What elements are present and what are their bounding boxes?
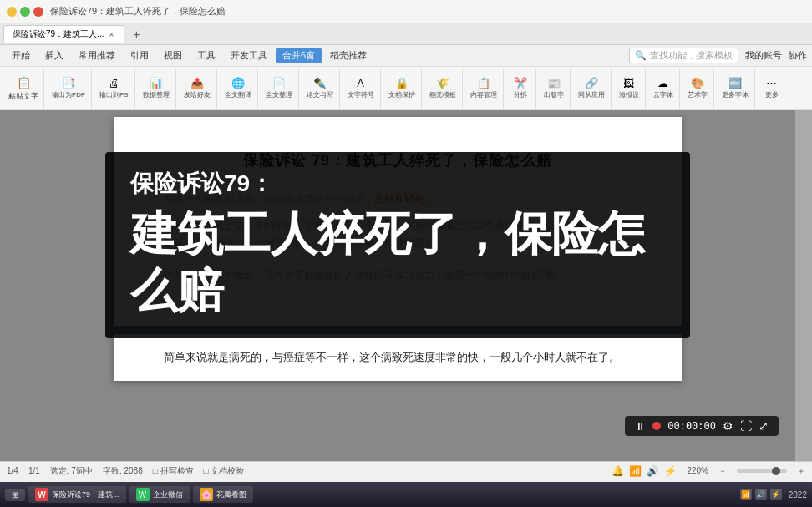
collab-btn[interactable]: 协作 bbox=[789, 49, 807, 62]
tool-group-app: 🔗 同从应用 bbox=[572, 68, 612, 109]
protect-btn[interactable]: 🔒 文档保护 bbox=[386, 76, 418, 100]
zoom-handle bbox=[772, 467, 780, 475]
title-bar-text: 保险诉讼79：建筑工人猝死了，保险怎么赔 bbox=[50, 5, 226, 18]
more-label: 更多 bbox=[765, 90, 779, 99]
doc-verify[interactable]: □ 文档校验 bbox=[204, 465, 245, 477]
translate-icon: 🌐 bbox=[231, 77, 245, 90]
tool-group-more: ⋯ 更多 bbox=[757, 68, 787, 109]
ribbon-tabs: 开始 插入 常用推荐 引用 视图 工具 开发工具 合并6窗 稻壳推荐 🔍 查找功… bbox=[0, 45, 812, 67]
split-btn[interactable]: ✂️ 分拆 bbox=[509, 76, 532, 100]
search-placeholder: 查找功能，搜索模板 bbox=[650, 49, 733, 62]
print-btn[interactable]: 🖨 输出到PS bbox=[97, 76, 131, 100]
art-btn[interactable]: 🎨 艺术字 bbox=[685, 76, 710, 100]
tray-vol-icon: 🔊 bbox=[755, 489, 767, 500]
cloud-btn[interactable]: ☁ 云字体 bbox=[651, 76, 676, 100]
split-label: 分拆 bbox=[514, 90, 527, 99]
zoom-plus[interactable]: ＋ bbox=[797, 465, 805, 477]
document-tab[interactable]: 保险诉讼79：建筑工人... × bbox=[3, 25, 124, 43]
zoom-slider[interactable] bbox=[737, 469, 787, 473]
ribbon-tab-shell[interactable]: 稻壳推荐 bbox=[323, 48, 373, 63]
taskbar-app-wechat[interactable]: W 企业微信 bbox=[129, 486, 190, 503]
zoom-minus[interactable]: － bbox=[718, 465, 727, 477]
fonts-btn[interactable]: 🔤 更多字体 bbox=[719, 76, 751, 100]
data-btn[interactable]: 📊 数据整理 bbox=[140, 76, 172, 100]
ribbon-tab-view[interactable]: 视图 bbox=[157, 48, 189, 63]
pdf-icon: 📑 bbox=[62, 77, 75, 90]
status-bar: 1/4 1/1 选定: 7词中 字数: 2088 □ 拼写检查 □ 文档校验 🔔… bbox=[0, 461, 812, 479]
translate-btn[interactable]: 🌐 全文翻译 bbox=[222, 76, 254, 100]
overlay-title: 保险诉讼79： bbox=[130, 169, 665, 199]
send-btn[interactable]: 📤 发给好友 bbox=[181, 76, 213, 100]
ribbon-tab-merge[interactable]: 合并6窗 bbox=[276, 48, 322, 63]
content-btn[interactable]: 📋 内容管理 bbox=[468, 76, 500, 100]
wechat-label: 企业微信 bbox=[153, 489, 183, 500]
template-label: 稻壳模板 bbox=[429, 90, 456, 99]
tab-close-btn[interactable]: × bbox=[107, 30, 115, 39]
video-bar[interactable]: ⏸ 00:00:00 ⚙ ⛶ ⤢ bbox=[625, 416, 779, 436]
spell-check[interactable]: □ 拼写检查 bbox=[153, 465, 194, 477]
tool-group-print: 🖨 输出到PS bbox=[94, 68, 135, 109]
template-btn[interactable]: 🌾 稻壳模板 bbox=[427, 76, 459, 100]
tool-group-translate: 🌐 全文翻译 bbox=[219, 68, 258, 109]
data-icon: 📊 bbox=[150, 77, 163, 90]
tool-group-organize: 📄 全文整理 bbox=[260, 68, 299, 109]
account-btn[interactable]: 我的账号 bbox=[745, 49, 782, 62]
taskbar-app-viewer[interactable]: 🌸 花瓣看图 bbox=[193, 486, 253, 503]
overlay-popup: 保险诉讼79： 建筑工人猝死了，保险怎么赔 bbox=[105, 152, 690, 338]
doc-lower-text: 简单来说就是病死的，与癌症等不一样，这个病致死速度非常的快，一般几个小时人就不在… bbox=[164, 347, 632, 367]
search-box[interactable]: 🔍 查找功能，搜索模板 bbox=[629, 48, 738, 63]
new-tab-btn[interactable]: + bbox=[128, 26, 145, 43]
data-label: 数据整理 bbox=[143, 90, 170, 99]
settings-icon[interactable]: ⚙ bbox=[723, 419, 733, 433]
publish-label: 出版字 bbox=[544, 90, 564, 99]
font-btn[interactable]: A 文字符号 bbox=[345, 76, 377, 100]
viewer-label: 花瓣看图 bbox=[216, 489, 246, 500]
ribbon-tab-tools[interactable]: 工具 bbox=[190, 48, 222, 63]
status-right: 🔔 📶 🔊 ⚡ 220% － ＋ bbox=[612, 465, 805, 477]
right-scroll[interactable] bbox=[795, 110, 812, 461]
paste-btn[interactable]: 📋 粘贴文字 bbox=[7, 74, 40, 103]
paper-btn[interactable]: ✒️ 论文与写 bbox=[304, 76, 336, 100]
start-button[interactable]: ⊞ bbox=[5, 489, 25, 501]
start-icon: ⊞ bbox=[12, 490, 18, 499]
poster-btn[interactable]: 🖼 海报设 bbox=[617, 76, 642, 100]
maximize-button[interactable] bbox=[20, 7, 30, 17]
paper-icon: ✒️ bbox=[313, 77, 327, 90]
pdf-btn[interactable]: 📑 输出为PDF bbox=[49, 76, 88, 100]
paste-icon: 📋 bbox=[15, 74, 32, 91]
taskbar: ⊞ W 保险诉讼79：建筑... W 企业微信 🌸 花瓣看图 📶 🔊 ⚡ 202… bbox=[0, 482, 812, 507]
send-label: 发给好友 bbox=[184, 90, 211, 99]
fullscreen-icon[interactable]: ⛶ bbox=[740, 419, 752, 433]
more-btn[interactable]: ⋯ 更多 bbox=[760, 76, 784, 100]
app-btn[interactable]: 🔗 同从应用 bbox=[576, 76, 607, 100]
publish-btn[interactable]: 📰 出版字 bbox=[541, 76, 566, 100]
tool-group-publish: 📰 出版字 bbox=[538, 68, 571, 109]
ribbon-tab-insert[interactable]: 插入 bbox=[38, 48, 70, 63]
pause-icon[interactable]: ⏸ bbox=[635, 420, 646, 433]
video-time: 00:00:00 bbox=[667, 420, 716, 432]
translate-label: 全文翻译 bbox=[225, 90, 251, 99]
publish-icon: 📰 bbox=[547, 77, 561, 90]
doc-area[interactable]: 保险诉讼 79：建筑工人猝死了，保险怎么赔 在说今天的案例之前，我们先清楚两个个… bbox=[0, 110, 795, 461]
ribbon-tab-ref[interactable]: 引用 bbox=[124, 48, 155, 63]
expand-icon[interactable]: ⤢ bbox=[759, 419, 769, 433]
content-label: 内容管理 bbox=[470, 90, 497, 99]
minimize-button[interactable] bbox=[7, 7, 17, 17]
viewer-icon: 🌸 bbox=[200, 488, 213, 501]
ribbon-tab-common[interactable]: 常用推荐 bbox=[72, 48, 122, 63]
ribbon-tab-dev[interactable]: 开发工具 bbox=[224, 48, 274, 63]
char-count: 字数: 2088 bbox=[103, 465, 143, 477]
poster-label: 海报设 bbox=[619, 90, 639, 99]
window-controls[interactable] bbox=[7, 7, 43, 17]
tab-label: 保险诉讼79：建筑工人... bbox=[13, 28, 104, 40]
cloud-label: 云字体 bbox=[653, 90, 673, 99]
ribbon-tab-start[interactable]: 开始 bbox=[5, 48, 37, 63]
close-button[interactable] bbox=[33, 7, 43, 17]
organize-btn[interactable]: 📄 全文整理 bbox=[263, 76, 295, 100]
paper-label: 论文与写 bbox=[307, 90, 333, 99]
taskbar-app-wps[interactable]: W 保险诉讼79：建筑... bbox=[28, 486, 126, 503]
overlay-subtitle: 建筑工人猝死了，保险怎么赔 bbox=[130, 205, 665, 317]
section-info: 1/1 bbox=[28, 466, 40, 475]
tool-group-protect: 🔒 文档保护 bbox=[383, 68, 422, 109]
app-icon: 🔗 bbox=[585, 77, 598, 90]
